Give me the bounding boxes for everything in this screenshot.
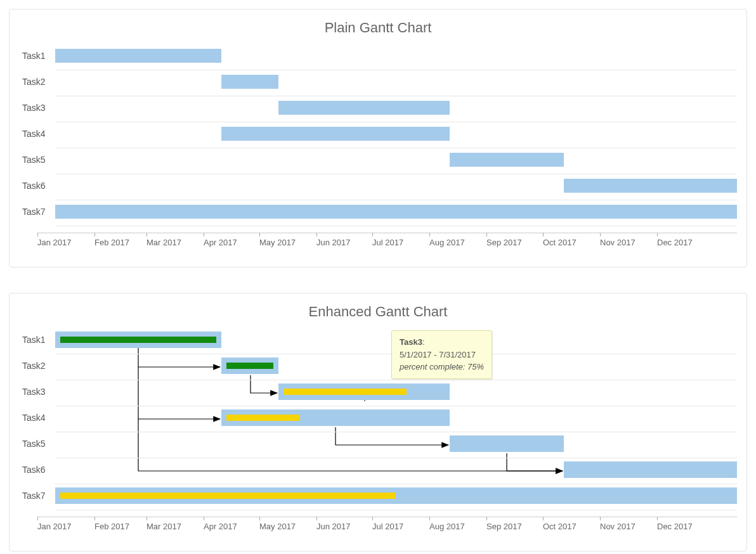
tooltip-task: Task3 (400, 337, 422, 347)
axis-tick (316, 517, 317, 520)
enhanced-gantt-chart: Task1 Task2 Task3 Task4 Task5 Task6 Task… (18, 330, 738, 539)
axis-tick (543, 517, 544, 520)
task-label: Task3 (22, 387, 46, 397)
task-bar[interactable] (450, 435, 564, 452)
plain-gantt-card: Plain Gantt Chart Task1 Task2 Task3 Task… (9, 9, 747, 267)
plain-gantt-chart: Task1 Task2 Task3 Task4 Task5 Task6 Task… (18, 46, 738, 255)
grid-line (55, 510, 737, 510)
axis-tick (486, 233, 487, 236)
x-tick-label: Jun 2017 (316, 522, 351, 531)
axis-tick (600, 517, 601, 520)
grid-line (55, 122, 737, 122)
x-tick-label: Feb 2017 (94, 238, 129, 247)
task-label: Task6 (22, 465, 46, 475)
axis-tick (204, 517, 204, 520)
grid-line (55, 174, 737, 174)
x-tick-label: Jul 2017 (372, 522, 403, 531)
progress-bar (226, 415, 300, 421)
x-tick-label: Jan 2017 (37, 238, 72, 247)
x-axis (37, 233, 737, 233)
axis-tick (486, 517, 487, 520)
axis-tick (600, 233, 601, 236)
x-tick-label: Aug 2017 (429, 238, 465, 247)
x-tick-label: Sep 2017 (486, 238, 522, 247)
axis-tick (657, 517, 658, 520)
grid-line (55, 380, 737, 380)
grid-line (55, 484, 737, 484)
task-bar[interactable] (55, 49, 221, 63)
axis-tick (372, 517, 373, 520)
chart-title: Enhanced Gantt Chart (18, 304, 738, 320)
task-bar[interactable] (450, 153, 564, 167)
x-tick-label: Oct 2017 (543, 238, 577, 247)
grid-line (55, 70, 737, 70)
progress-bar (60, 337, 216, 343)
x-tick-label: Jun 2017 (316, 238, 351, 247)
x-tick-label: May 2017 (259, 522, 296, 531)
x-tick-label: Dec 2017 (657, 522, 693, 531)
axis-tick (543, 233, 544, 236)
grid-line (55, 200, 737, 200)
x-tick-label: Feb 2017 (94, 522, 129, 531)
progress-bar (284, 389, 407, 395)
task-label: Task2 (22, 361, 46, 371)
task-label: Task7 (22, 207, 46, 217)
task-label: Task4 (22, 413, 46, 423)
x-tick-label: Mar 2017 (147, 522, 181, 531)
task-label: Task4 (22, 129, 46, 139)
x-tick-label: Nov 2017 (600, 522, 635, 531)
task-label: Task6 (22, 181, 46, 191)
grid-line (55, 148, 737, 148)
axis-tick (429, 517, 430, 520)
task-bar[interactable] (564, 461, 737, 478)
axis-tick (259, 233, 260, 236)
grid-line (55, 458, 737, 458)
axis-tick (429, 233, 430, 236)
axis-tick (94, 517, 95, 520)
x-tick-label: Dec 2017 (657, 238, 693, 247)
progress-bar (60, 493, 396, 499)
axis-tick (316, 233, 317, 236)
axis-tick (259, 517, 260, 520)
x-tick-label: Jan 2017 (37, 522, 72, 531)
task-label: Task1 (22, 51, 46, 61)
task-bar[interactable] (221, 75, 278, 89)
axis-tick (147, 517, 147, 520)
task-bar[interactable] (564, 179, 737, 193)
grid-line (55, 96, 737, 96)
x-tick-label: May 2017 (259, 238, 296, 247)
x-tick-label: Sep 2017 (486, 522, 522, 531)
axis-tick (37, 233, 38, 236)
x-tick-label: Mar 2017 (147, 238, 181, 247)
grid-line (55, 432, 737, 432)
axis-tick (37, 517, 38, 520)
grid-line (55, 406, 737, 406)
x-axis (37, 517, 737, 517)
axis-tick (94, 233, 95, 236)
x-tick-label: Oct 2017 (543, 522, 577, 531)
x-tick-label: Nov 2017 (600, 238, 635, 247)
x-tick-label: Jul 2017 (372, 238, 403, 247)
progress-bar (226, 363, 273, 369)
axis-tick (147, 233, 147, 236)
tooltip-percent: percent complete: 75% (400, 362, 484, 371)
task-bar[interactable] (221, 127, 450, 141)
task-label: Task2 (22, 77, 46, 87)
task-bar[interactable] (278, 101, 450, 115)
task-label: Task5 (22, 439, 46, 449)
x-tick-label: Aug 2017 (429, 522, 465, 531)
task-label: Task5 (22, 155, 46, 165)
tooltip-range: 5/1/2017 - 7/31/2017 (400, 349, 484, 361)
task-bar[interactable] (55, 205, 737, 219)
enhanced-gantt-card: Enhanced Gantt Chart Task1 Task2 Task3 T… (9, 293, 747, 551)
task-tooltip: Task3: 5/1/2017 - 7/31/2017 percent comp… (391, 330, 492, 379)
axis-tick (372, 233, 373, 236)
task-label: Task7 (22, 491, 46, 501)
x-tick-label: Apr 2017 (204, 522, 237, 531)
x-tick-label: Apr 2017 (204, 238, 237, 247)
axis-tick (657, 233, 658, 236)
grid-line (55, 226, 737, 226)
task-label: Task3 (22, 103, 46, 113)
task-label: Task1 (22, 335, 46, 345)
chart-title: Plain Gantt Chart (18, 20, 738, 36)
